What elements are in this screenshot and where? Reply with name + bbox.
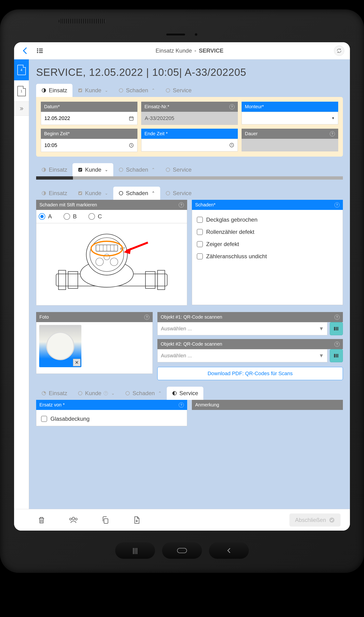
sidebar-doc-2[interactable]: 1 [14,81,29,102]
check-zeiger[interactable]: Zeiger defekt [196,238,339,250]
topbar-title-right: SERVICE [199,47,223,54]
field-ende: Ende Zeit * [141,129,238,152]
svg-point-2 [37,50,38,51]
monteur-label: Monteur* [242,102,338,112]
schaden-checklist-col: Schaden*? Deckglas gebrochen Rollenzähle… [192,200,343,305]
svg-rect-52 [338,354,338,357]
svg-point-57 [72,517,75,520]
svg-rect-10 [130,117,133,121]
tab-service[interactable]: Service [160,84,197,97]
tab-label: Kunde [85,390,101,397]
svg-rect-17 [78,168,82,172]
ende-input[interactable] [141,139,238,151]
svg-point-18 [119,168,123,172]
tab-einsatz[interactable]: Einsatz [36,84,72,97]
svg-rect-62 [177,548,187,553]
topbar-title-left: Einsatz Kunde [156,47,192,54]
qr-scan-button-2[interactable] [330,349,343,362]
help-icon[interactable]: ? [179,402,184,408]
circle-icon [165,167,170,172]
radio-c[interactable]: C [88,213,102,220]
list-icon[interactable] [35,46,45,56]
tab-schaden[interactable]: Schaden ⌃ [113,163,160,176]
tab-kunde[interactable]: Kunde ⌄ [72,84,113,97]
obj1-select[interactable]: Auswählen ...▼ [157,322,327,335]
pdf-icon[interactable] [133,516,141,524]
doc-badge-2: 1 [21,89,23,93]
foto-label: Foto? [36,312,153,322]
caret-down-icon: ▼ [319,353,324,359]
check-rollenzaehler[interactable]: Rollenzähler defekt [196,226,339,238]
tab-einsatz[interactable]: Einsatz [36,163,72,176]
svg-rect-1 [39,49,43,49]
help-icon[interactable]: ? [335,342,340,347]
refresh-button[interactable] [334,46,344,56]
tab-schaden[interactable]: Schaden ⌃ [113,187,160,200]
tab-schaden[interactable]: Schaden ⌃ [113,84,160,97]
tab-service[interactable]: Service [167,387,203,400]
tab-label: Einsatz [49,166,67,173]
tab-einsatz[interactable]: Einsatz [36,387,72,400]
download-pdf-link[interactable]: Download PDF: QR-Codes für Scans [157,367,343,380]
einsatz-panel: Datum* 12.05.2022 Einsatz-Nr.*? A-33/202… [36,97,343,157]
tab-kunde[interactable]: Kunde ⌄ [72,163,113,176]
radio-a[interactable]: A [39,213,52,220]
radio-b[interactable]: B [64,213,77,220]
svg-rect-60 [104,519,108,523]
page-title: SERVICE, 12.05.2022 | 10:05| A-33/202205 [36,67,343,78]
schaden-diagram[interactable]: m³ [36,223,187,305]
obj2-select[interactable]: Auswählen ...▼ [157,349,327,362]
help-icon[interactable]: ? [179,202,184,207]
tab-service[interactable]: Service [160,163,197,176]
hw-recent-button[interactable]: ||| [115,542,155,559]
copy-icon[interactable] [101,516,109,524]
datum-input[interactable]: 12.05.2022 [41,112,137,125]
tab-einsatz[interactable]: Einsatz [36,187,72,200]
circle-icon [165,191,170,196]
sidebar-doc-1[interactable]: 4 [14,59,29,81]
svg-rect-49 [334,354,335,357]
tab-service[interactable]: Service [160,187,197,200]
svg-point-30 [86,234,127,275]
clock-icon [129,143,134,148]
tab-label: Kunde [85,166,101,173]
check-square-icon [78,88,83,93]
beginn-input[interactable]: 10:05 [41,139,137,152]
check-deckglas[interactable]: Deckglas gebrochen [196,214,339,226]
qr-scan-button-1[interactable] [330,322,343,335]
check-circle-icon [329,517,335,523]
check-glasabdeckung[interactable]: Glasabdeckung [40,413,183,425]
ersatz-col: Ersatz von *? Glasabdeckung [36,400,187,426]
finish-button[interactable]: Abschließen [289,513,340,527]
einsatznr-label: Einsatz-Nr.*? [141,102,238,112]
foto-box[interactable]: ✕ [36,322,153,374]
anmerkung-label: Anmerkung [192,400,343,410]
monteur-select[interactable]: ▼ [242,112,338,124]
tab-label: Schaden [126,166,148,173]
topbar-left [20,46,45,56]
help-icon[interactable]: ? [104,391,108,395]
circle-icon [118,88,124,93]
help-icon[interactable]: ? [335,202,340,207]
hw-back-button[interactable] [209,542,249,559]
help-icon[interactable]: ? [335,315,340,320]
sidebar-expand[interactable] [14,102,29,116]
help-icon[interactable]: ? [229,104,234,110]
help-icon[interactable]: ? [330,131,335,137]
half-circle-icon [172,391,177,396]
help-icon[interactable]: ? [144,315,149,320]
check-anschluss[interactable]: Zähleranschluss undicht [196,250,339,262]
content-area: 4 1 SERVICE, 12.05.2022 | 10:05| A-33/20… [14,59,350,509]
trash-icon[interactable] [38,516,46,524]
delete-photo-button[interactable]: ✕ [73,359,80,366]
back-button[interactable] [20,46,30,56]
title-separator: ▪ [195,47,196,54]
photo-thumbnail[interactable]: ✕ [39,325,81,367]
dauer-label: Dauer? [242,129,338,139]
tab-schaden[interactable]: Schaden ⌃ [120,387,167,400]
tab-kunde[interactable]: Kunde ⌄ [72,187,113,200]
meter-photo-face [46,332,74,360]
hw-home-button[interactable] [162,542,202,559]
tab-kunde[interactable]: Kunde ? ⌄ [72,387,120,400]
users-icon[interactable] [69,516,78,524]
